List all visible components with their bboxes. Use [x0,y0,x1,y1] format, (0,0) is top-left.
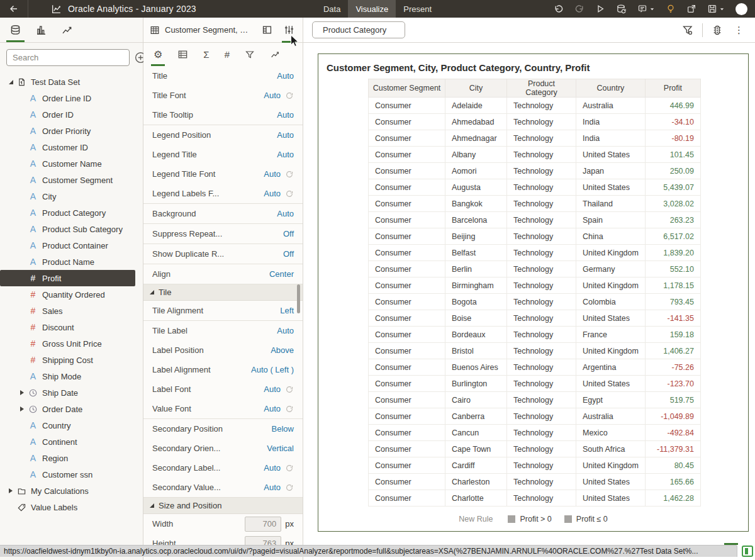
field-product-sub-category[interactable]: AProduct Sub Category [0,221,135,237]
field-value-labels[interactable]: Value Labels [0,499,135,515]
redo-icon[interactable] [574,4,584,14]
property-value[interactable]: Auto [264,91,281,100]
property-title-tooltip[interactable]: Title TooltipAuto [143,105,303,125]
property-show-duplicate-r-[interactable]: Show Duplicate R...Off [143,244,303,264]
section-header-tile[interactable]: Tile [143,284,303,301]
values-tab[interactable]: # [223,43,231,66]
property-value[interactable]: Auto [264,169,281,179]
dataset-test-data-set[interactable]: Test Data Set [0,74,135,90]
table-row[interactable]: ConsumerAhmedabadTechnologyIndia-34.10 [369,114,701,130]
property-legend-position[interactable]: Legend PositionAuto [143,125,303,145]
table-row[interactable]: ConsumerBangkokTechnologyThailand3,028.0… [369,196,701,212]
property-value[interactable]: Off [283,229,294,238]
run-icon[interactable] [595,4,605,14]
field-product-name[interactable]: AProduct Name [0,254,135,270]
visualizations-tab[interactable] [33,18,49,42]
field-sales[interactable]: #Sales [0,303,135,319]
property-title[interactable]: TitleAuto [143,66,303,86]
field-my-calculations[interactable]: My Calculations [0,483,135,499]
property-secondary-label-[interactable]: Secondary Label...Auto [143,458,303,478]
grammar-panel-icon[interactable] [259,18,276,43]
save-icon[interactable] [707,4,725,14]
nav-present[interactable]: Present [396,0,439,18]
property-secondary-position[interactable]: Secondary PositionBelow [143,419,303,439]
field-region[interactable]: ARegion [0,450,135,466]
property-suppress-repeat-[interactable]: Suppress Repeat...Off [143,224,303,244]
property-value[interactable]: Above [271,345,294,355]
column-header-customer-segment[interactable]: Customer Segment [369,79,445,98]
width-input[interactable] [245,517,281,532]
property-value[interactable]: Auto [277,150,294,159]
property-title-font[interactable]: Title FontAuto [143,86,303,105]
expand-icon[interactable] [6,488,15,493]
reset-icon[interactable] [285,189,294,198]
field-product-category[interactable]: AProduct Category [0,204,135,221]
table-row[interactable]: ConsumerBuenos AiresTechnologyArgentina-… [369,359,701,376]
reset-icon[interactable] [285,91,294,100]
visualization-table[interactable]: Customer Segment, City, Product Category… [318,53,749,532]
expand-icon[interactable] [18,406,26,412]
expand-icon[interactable] [18,390,26,395]
reset-icon[interactable] [285,483,294,492]
property-label-font[interactable]: Label FontAuto [143,379,303,399]
expand-icon[interactable] [6,80,15,84]
property-label-alignment[interactable]: Label AlignmentAuto ( Left ) [143,360,303,379]
reset-icon[interactable] [285,464,294,473]
property-value[interactable]: Center [269,269,294,279]
status-colors-icon[interactable] [707,25,728,36]
properties-scrollbar[interactable] [297,284,300,313]
field-discount[interactable]: #Discount [0,319,135,335]
property-legend-title-font[interactable]: Legend Title FontAuto [143,164,303,184]
property-value[interactable]: Auto [264,384,281,394]
table-row[interactable]: ConsumerCancunTechnologyMexico-492.84 [369,425,701,441]
export-icon[interactable] [686,4,696,14]
field-order-date[interactable]: Order Date [0,401,135,417]
property-value[interactable]: Vertical [267,444,294,453]
table-row[interactable]: ConsumerAhmednagarTechnologyIndia-80.19 [369,130,701,147]
property-tile-label[interactable]: Tile LabelAuto [143,321,303,340]
field-continent[interactable]: AContinent [0,434,135,450]
property-secondary-orien-[interactable]: Secondary Orien...Vertical [143,439,303,458]
property-value[interactable]: Below [272,424,294,434]
field-ship-date[interactable]: Ship Date [0,384,135,401]
table-row[interactable]: ConsumerAugustaTechnologyUnited States5,… [369,179,701,196]
field-customer-ssn[interactable]: ACustomer ssn [0,466,135,483]
property-value[interactable]: Auto [277,209,294,218]
reset-icon[interactable] [285,385,294,394]
nav-data[interactable]: Data [316,0,348,18]
table-row[interactable]: ConsumerBurlingtonTechnologyUnited State… [369,376,701,392]
table-row[interactable]: ConsumerBerlinTechnologyGermany552.10 [369,261,701,277]
property-value[interactable]: Auto [264,404,281,413]
property-label-position[interactable]: Label PositionAbove [143,340,303,360]
table-row[interactable]: ConsumerBeijingTechnologyChina6,517.02 [369,228,701,245]
property-value[interactable]: Auto [264,463,281,473]
column-header-product-category[interactable]: Product Category [507,79,576,98]
table-row[interactable]: ConsumerAomoriTechnologyJapan250.09 [369,163,701,179]
field-order-line-id[interactable]: AOrder Line ID [0,90,135,106]
totals-tab[interactable]: Σ [202,43,210,66]
property-value[interactable]: Auto [277,110,294,120]
field-product-container[interactable]: AProduct Container [0,237,135,254]
reset-icon[interactable] [285,405,294,413]
table-row[interactable]: ConsumerBogotaTechnologyColombia793.45 [369,294,701,310]
insights-bulb-icon[interactable] [666,4,676,14]
avatar[interactable] [735,3,747,15]
table-row[interactable]: ConsumerBristolTechnologyUnited Kingdom1… [369,343,701,359]
property-value[interactable]: Auto [277,71,294,81]
table-row[interactable]: ConsumerCanberraTechnologyAustralia-1,04… [369,408,701,425]
extension-icon[interactable] [742,546,753,557]
property-value[interactable]: Auto ( Left ) [251,365,294,374]
filter-chip-product-category[interactable]: Product Category [312,21,405,38]
field-city[interactable]: ACity [0,188,135,204]
field-customer-segment[interactable]: ACustomer Segment [0,172,135,188]
section-header-size-and-position[interactable]: Size and Position [143,498,303,514]
table-row[interactable]: ConsumerCape TownTechnologySouth Africa-… [369,441,701,457]
table-row[interactable]: ConsumerCharlotteTechnologyUnited States… [369,490,701,507]
nav-visualize[interactable]: Visualize [348,0,396,18]
table-row[interactable]: ConsumerBelfastTechnologyUnited Kingdom1… [369,245,701,261]
column-header-city[interactable]: City [445,79,507,98]
new-rule-button[interactable]: New Rule [459,515,493,524]
property-background[interactable]: BackgroundAuto [143,204,303,223]
field-customer-name[interactable]: ACustomer Name [0,155,135,172]
property-legend-labels-f-[interactable]: Legend Labels F...Auto [143,184,303,203]
